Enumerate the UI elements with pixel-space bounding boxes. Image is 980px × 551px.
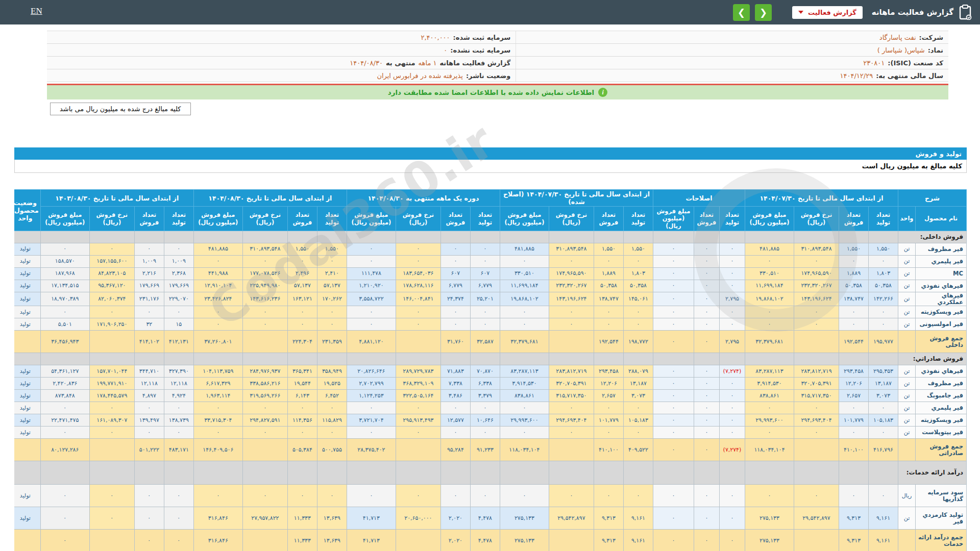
value-cell-g1: ۰ [868,306,898,318]
value-cell-g1adj: ۰ [623,402,653,414]
value-cell-month: ۰ [396,318,440,331]
header-col: تعداد تولید [868,207,898,231]
value-cell-prev: ۰ [89,485,134,507]
value-cell-month [396,331,440,353]
value-cell-ytd: ۰ [193,485,242,507]
value-cell-g1: ۱,۸۸۹ [839,268,868,280]
empty-cell [694,231,719,243]
status-cell: تولید [14,427,40,439]
value-cell-prev: ۵,۵۰۱ [40,318,89,331]
empty-cell [242,353,287,365]
value-cell-month: ۷۱,۸۸۳ [440,365,470,378]
product-name: قیر بیتوپلاست [916,427,967,439]
value-cell-month: ۰ [396,306,440,318]
value-cell-prev: ۱۲,۱۱۸ [134,378,164,390]
value-cell-g1adj: ۰ [549,318,594,331]
value-cell-ytd: ۶,۶۱۷,۳۲۹ [193,378,242,390]
header-col: تعداد تولید [317,207,347,231]
next-report-button[interactable]: ❮ [755,4,772,21]
value-cell-prev: ۸۷۳,۸۴۸ [40,390,89,402]
value-cell-adj: ۰ [694,439,719,461]
company-info-table: شرکت:نفت پاسارگادسرمایه ثبت شده:۲,۴۰۰,۰۰… [47,31,948,82]
empty-cell [623,461,653,485]
value-cell-g1: ۲۸۳,۸۱۲,۷۱۹ [794,365,839,378]
value-cell-g1adj: ۰ [594,427,623,439]
value-cell-prev: ۱۷۹,۶۶۹ [134,280,164,292]
value-cell-ytd: ۰ [317,318,347,331]
prev-report-button[interactable]: ❯ [733,4,750,21]
value-cell-adj: ۰ [694,530,719,551]
value-cell-g1adj: ۵۰,۳۵۸ [623,280,653,292]
header-col: نرخ فروش (ریال) [794,207,839,231]
value-cell-month: ۷۰,۸۷۰ [470,365,500,378]
value-cell-g1adj: ۲,۶۵۷ [594,390,623,402]
unit-cell: تن [898,402,915,414]
value-cell-g1adj [549,439,594,461]
value-cell-ytd: ۰ [193,427,242,439]
value-cell-ytd: ۲۸۴,۹۷۶,۹۳۷ [242,365,287,378]
value-cell-ytd: ۰ [317,427,347,439]
value-cell-adj: ۰ [653,365,694,378]
value-cell-month: ۳۶۸,۳۲۹,۱۰۹ [396,378,440,390]
unit-cell: تن [898,378,915,390]
value-cell-prev: ۳۲۷,۳۹۰ [164,365,193,378]
report-type-dropdown[interactable]: گزارش فعالیت [792,6,863,19]
empty-cell [134,461,164,485]
value-cell-g1: ۰ [868,318,898,331]
language-switch-link[interactable]: EN [31,6,42,16]
value-cell-prev: ۲۲,۴۷۱,۴۷۵ [40,414,89,427]
value-cell-g1: ۱,۵۵۰ [868,243,898,256]
empty-cell [14,353,40,365]
value-cell-ytd: ۰ [193,306,242,318]
value-cell-adj: ۰ [653,530,694,551]
value-cell-adj: ۰ [719,427,745,439]
value-cell-adj: ۰ [694,402,719,414]
status-cell: تولید [14,280,40,292]
table-row: قیر مظروفتن۱۳,۱۸۷۱۲,۲۰۶۳۲۰,۷۰۵,۳۹۱۳,۹۱۴,… [14,378,967,390]
table-row: قیرهاي نفوذيتن۲۹۵,۳۵۳۲۹۳,۴۵۸۲۸۳,۸۱۲,۷۱۹۸… [14,365,967,378]
value-cell-month: ۱۰,۶۴۶ [470,414,500,427]
value-cell-adj: ۰ [719,256,745,268]
empty-cell [500,353,549,365]
empty-cell [549,461,594,485]
empty-cell [839,231,868,243]
value-cell-g1: ۲۹,۵۴۲,۸۹۷ [794,507,839,530]
company-info-cell: وضعیت ناشر:پذیرفته شده در فرابورس ایران [47,69,516,82]
status-cell: تولید [14,507,40,530]
value-cell-g1adj: ۴۸۱,۸۸۵ [500,243,549,256]
production-sales-table: شرحاز ابتدای سال مالی تا تاریخ ۱۴۰۴/۰۷/۳… [14,189,967,551]
value-cell-g1adj: ۰ [549,485,594,507]
product-name: جمع فروش صادراتی [916,439,967,461]
empty-cell [549,353,594,365]
value-cell-prev: ۰ [164,402,193,414]
value-cell-month: ۱۱۱,۴۷۸ [347,268,396,280]
value-cell-g1: ۰ [794,306,839,318]
value-cell-prev: ۰ [134,243,164,256]
table-row: جمع فروش صادراتی۴۱۶,۷۹۶۴۱۰,۱۰۰۱۱۸,۰۳۴,۱۰… [14,439,967,461]
empty-cell [794,231,839,243]
production-sales-table-container: شرحاز ابتدای سال مالی تا تاریخ ۱۴۰۴/۰۷/۳… [14,189,967,551]
value-cell-prev: ۹۵,۳۶۷,۱۲۰ [89,280,134,292]
value-cell-month: ۴۱,۷۱۳ [347,507,396,530]
empty-cell [745,353,794,365]
value-cell-ytd: ۰ [287,402,317,414]
value-cell-prev: ۰ [134,306,164,318]
unit-cell: تن [898,365,915,378]
value-cell-g1: ۵۰,۳۵۸ [868,280,898,292]
value-cell-g1adj: ۰ [549,256,594,268]
table-row: جمع درآمد ارائه خدمات۹,۱۶۱۹,۳۱۳۲۷۵,۱۳۳۰۰… [14,530,967,551]
value-cell-g1adj: ۰ [623,318,653,331]
status-cell [14,530,40,551]
value-cell-adj: ۰ [694,507,719,530]
value-cell-month: ۲۵,۲۰۱ [470,292,500,306]
value-cell-g1: ۳۳۰,۵۱۰ [745,268,794,280]
value-cell-prev: ۳۲ [134,318,164,331]
value-cell-ytd: ۰ [317,306,347,318]
value-cell-prev: ۰ [40,530,89,551]
value-cell-adj: ۰ [653,414,694,427]
empty-cell [242,461,287,485]
value-cell-ytd: ۰ [287,427,317,439]
value-cell-g1adj: ۳,۰۷۳ [623,390,653,402]
table-row: سود سرمایه گذاریهاریال۰۰۰۰۰۰۰۰۰۰۰۰۰۰۰۰۰۰… [14,485,967,507]
empty-cell [242,231,287,243]
